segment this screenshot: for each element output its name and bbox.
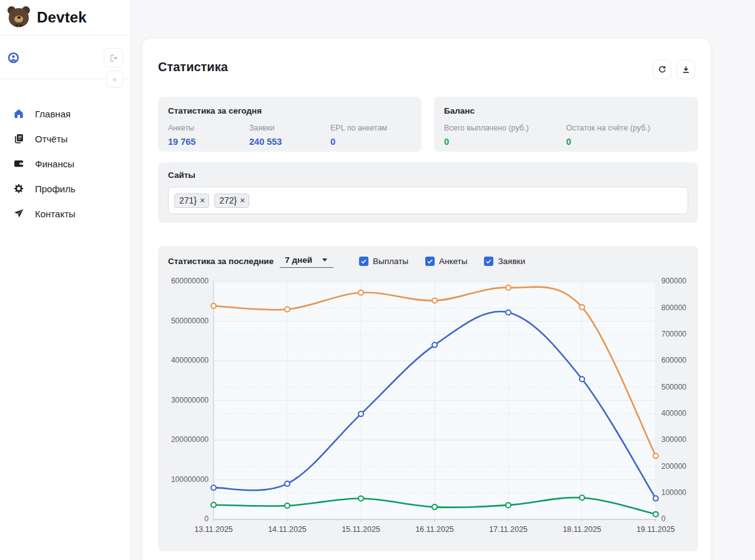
svg-text:13.11.2025: 13.11.2025 [194, 525, 233, 534]
balance-card: Баланс Всего выплачено (руб.)0Остаток на… [434, 97, 698, 152]
header-actions [653, 60, 695, 79]
line-chart-svg: 0100000000200000000300000000400000000500… [168, 273, 696, 543]
metric-value: 19 765 [168, 137, 249, 147]
collapse-sidebar-button[interactable]: « [106, 71, 123, 87]
svg-text:14.11.2025: 14.11.2025 [268, 525, 307, 534]
svg-text:300000000: 300000000 [171, 396, 209, 405]
svg-text:16.11.2025: 16.11.2025 [415, 525, 454, 534]
svg-text:0: 0 [204, 514, 209, 523]
metric-label: Остаток на счёте (руб.) [566, 124, 689, 132]
metric-value: 0 [566, 137, 689, 147]
site-tag: 271}× [174, 194, 209, 208]
checkbox-label: Анкеты [439, 257, 467, 266]
today-stats-title: Статистика за сегодня [168, 106, 412, 115]
chevron-down-icon [322, 258, 327, 262]
svg-text:15.11.2025: 15.11.2025 [342, 525, 380, 534]
checkbox-label: Заявки [498, 257, 525, 266]
refresh-button[interactable] [653, 60, 671, 79]
svg-text:800000: 800000 [661, 303, 686, 312]
sites-multiselect[interactable]: 271}×272}× [168, 187, 688, 214]
metric-value: 0 [444, 137, 566, 147]
balance-title: Баланс [444, 106, 688, 115]
paper-plane-icon [13, 208, 24, 219]
svg-text:400000: 400000 [661, 409, 686, 418]
metric-label: Всего выплачено (руб.) [444, 124, 566, 132]
period-label: Статистика за последние [168, 257, 274, 266]
svg-text:500000000: 500000000 [171, 317, 209, 325]
metric: Всего выплачено (руб.)0 [444, 124, 566, 147]
sidebar-item-label: Главная [35, 109, 71, 119]
svg-text:18.11.2025: 18.11.2025 [563, 525, 601, 534]
wallet-icon [13, 158, 24, 169]
checkbox-icon [359, 257, 368, 266]
sidebar-item-label: Финансы [35, 159, 74, 169]
metric: Анкеты19 765 [168, 124, 249, 147]
stats-chart: 0100000000200000000300000000400000000500… [168, 273, 692, 545]
svg-text:19.11.2025: 19.11.2025 [636, 525, 675, 534]
svg-text:17.11.2025: 17.11.2025 [489, 525, 528, 534]
period-value: 7 дней [285, 255, 312, 265]
remove-tag-icon[interactable]: × [199, 196, 205, 205]
user-circle-icon[interactable] [7, 52, 19, 64]
balance-metrics: Всего выплачено (руб.)0Остаток на счёте … [444, 124, 688, 147]
metric-label: Анкеты [168, 124, 249, 132]
logout-button[interactable] [104, 48, 123, 67]
sidebar-item-reports[interactable]: Отчёты [0, 126, 131, 151]
site-tag-label: 271} [179, 195, 197, 205]
home-icon [13, 108, 24, 119]
svg-text:100000000: 100000000 [171, 475, 209, 484]
sidebar-item-contacts[interactable]: Контакты [0, 201, 131, 226]
sidebar-item-label: Профиль [35, 184, 76, 194]
svg-text:200000: 200000 [661, 462, 686, 471]
sidebar-item-label: Отчёты [35, 134, 67, 144]
metric-label: Заявки [249, 124, 330, 132]
remove-tag-icon[interactable]: × [239, 196, 245, 205]
svg-text:700000: 700000 [661, 330, 686, 338]
svg-text:300000: 300000 [661, 435, 686, 444]
checkbox-icon [484, 257, 493, 266]
metric-label: EPL по анкетам [330, 124, 412, 132]
svg-text:200000000: 200000000 [171, 435, 209, 444]
today-metrics: Анкеты19 765Заявки240 553EPL по анкетам0 [168, 124, 412, 147]
sidebar-nav: ГлавнаяОтчётыФинансыПрофильКонтакты [0, 101, 131, 226]
sites-card: Сайты 271}×272}× [158, 162, 698, 223]
series-checkbox-заявки[interactable]: Заявки [484, 257, 525, 266]
logo-row: Devtek [0, 0, 131, 36]
svg-text:600000: 600000 [661, 356, 686, 365]
page-title: Статистика [158, 60, 228, 74]
sidebar-item-finance[interactable]: Финансы [0, 151, 131, 176]
brand-name: Devtek [37, 9, 87, 26]
svg-text:0: 0 [661, 514, 666, 523]
series-checkbox-выплаты[interactable]: Выплаты [359, 257, 408, 266]
svg-text:400000000: 400000000 [171, 356, 209, 365]
series-checkboxes: ВыплатыАнкетыЗаявки [359, 257, 525, 266]
user-row: « [0, 36, 131, 79]
metric: Заявки240 553 [249, 124, 330, 147]
svg-text:600000000: 600000000 [171, 277, 209, 285]
reports-icon [13, 133, 24, 144]
metric: EPL по анкетам0 [330, 124, 412, 147]
svg-text:500000: 500000 [661, 383, 686, 391]
svg-text:900000: 900000 [661, 277, 686, 285]
sidebar-item-home[interactable]: Главная [0, 101, 131, 126]
period-select[interactable]: 7 дней [280, 255, 333, 268]
svg-text:100000: 100000 [661, 488, 686, 497]
sidebar-item-label: Контакты [35, 209, 76, 219]
sidebar: Devtek « ГлавнаяОтчётыФинансыПрофильКонт… [0, 0, 131, 560]
sites-title: Сайты [168, 170, 688, 180]
statistics-card: Статистика Статистика за сегодня Анкеты1… [142, 39, 711, 560]
checkbox-icon [425, 257, 435, 266]
metric: Остаток на счёте (руб.)0 [566, 124, 689, 147]
checkbox-label: Выплаты [373, 257, 408, 266]
bear-logo-icon [6, 4, 31, 31]
site-tag-label: 272} [219, 195, 237, 205]
sidebar-item-profile[interactable]: Профиль [0, 176, 131, 201]
download-button[interactable] [676, 60, 695, 79]
site-tag: 272}× [214, 194, 249, 208]
chart-card: Статистика за последние 7 дней ВыплатыАн… [158, 246, 698, 551]
main-area: Статистика Статистика за сегодня Анкеты1… [131, 0, 755, 560]
metric-value: 240 553 [249, 137, 330, 147]
series-checkbox-анкеты[interactable]: Анкеты [425, 257, 467, 266]
gear-icon [13, 183, 24, 194]
metric-value: 0 [330, 137, 412, 147]
